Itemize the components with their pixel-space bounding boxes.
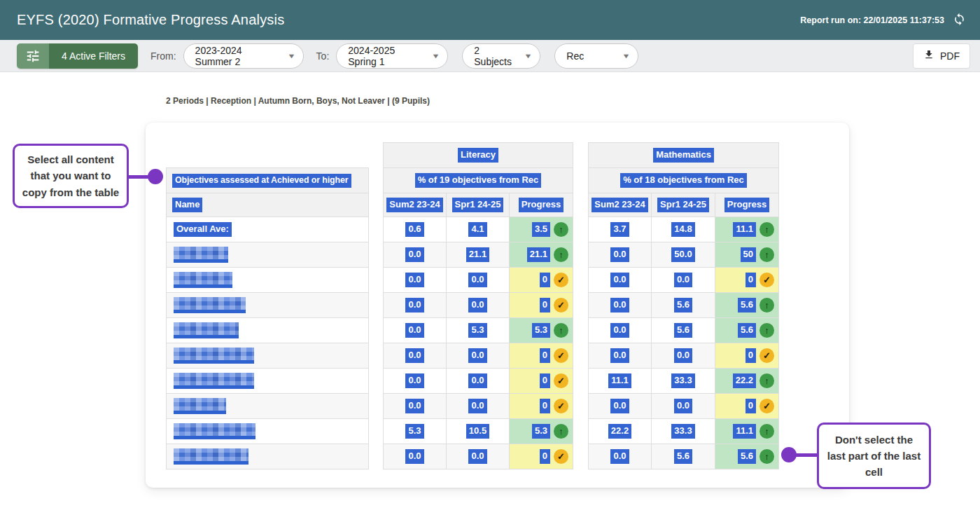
cohort-dropdown[interactable]: Rec ▼ <box>554 43 638 69</box>
progress-up-icon: ↑ <box>554 424 568 439</box>
active-filters-button[interactable]: 4 Active Filters <box>17 43 138 69</box>
value-cell: 5.3 <box>447 318 510 343</box>
progress-cell: 0✓ <box>510 343 573 369</box>
progress-up-icon: ↑ <box>760 222 774 237</box>
table-row: 3.714.811.1↑ <box>589 217 779 242</box>
progress-cell-content: 0✓ <box>510 348 573 363</box>
progress-cell-content: 0✓ <box>510 399 573 413</box>
progress-value: 22.2 <box>733 373 756 387</box>
progress-cell: 5.6↑ <box>715 444 779 469</box>
progress-cell-content: 21.1↑ <box>510 247 573 262</box>
filter-bar: 4 Active Filters From: 2023-2024 Summer … <box>0 40 980 72</box>
cell-value: 0.0 <box>405 298 424 312</box>
cell-value: 5.3 <box>405 424 424 438</box>
progress-cell: 5.3↑ <box>510 318 573 343</box>
progress-cell: 0✓ <box>510 394 573 419</box>
value-cell: 0.0 <box>447 444 510 469</box>
table-row <box>167 268 369 293</box>
cell-value: 0.0 <box>610 273 629 287</box>
pupil-name-cell <box>167 293 369 318</box>
value-cell: 14.8 <box>652 217 715 242</box>
report-card: Objectives assessed at Achieved or highe… <box>146 123 849 488</box>
value-cell: 0.0 <box>384 394 447 419</box>
progress-cell-content: 5.3↑ <box>510 424 573 439</box>
value-cell: 0.0 <box>589 318 652 343</box>
col-header-text: Sum2 23-24 <box>386 198 442 212</box>
mathematics-subtitle-cell: % of 18 objectives from Rec <box>589 168 779 193</box>
mathematics-table[interactable]: Mathematics % of 18 objectives from Rec … <box>588 142 779 469</box>
cell-value: 5.6 <box>674 298 692 312</box>
cell-value: 0.0 <box>468 273 486 287</box>
col-header-cell: Progress <box>715 193 779 217</box>
table-row <box>167 242 369 268</box>
progress-cell: 0✓ <box>715 394 779 419</box>
table-row: 0.05.65.6↑ <box>589 318 779 343</box>
value-cell: 0.0 <box>384 318 447 343</box>
progress-cell-content: 0✓ <box>510 449 573 464</box>
corner-header-text: Objectives assessed at Achieved or highe… <box>172 174 351 188</box>
callout-dont-select-text: Don't select the last part of the last c… <box>826 432 922 481</box>
value-cell: 0.0 <box>384 369 447 394</box>
value-cell: 0.0 <box>384 343 447 369</box>
progress-cell: 0✓ <box>510 268 573 293</box>
progress-value: 11.1 <box>733 222 756 236</box>
progress-up-icon: ↑ <box>554 247 568 262</box>
value-cell: 0.0 <box>652 394 715 419</box>
literacy-table-body: 0.64.13.5↑0.021.121.1↑0.00.00✓0.00.00✓0.… <box>384 217 573 469</box>
cell-value: 0.0 <box>610 348 629 362</box>
mathematics-subtitle: % of 18 objectives from Rec <box>620 173 747 187</box>
from-period-dropdown[interactable]: 2023-2024 Summer 2 ▼ <box>183 43 304 69</box>
progress-cell-content: 11.1↑ <box>715 222 778 237</box>
cell-value: 0.0 <box>610 449 629 463</box>
progress-up-icon: ↑ <box>760 373 774 388</box>
progress-cell: 11.1↑ <box>715 217 779 242</box>
mathematics-group-header: Mathematics <box>589 143 779 168</box>
progress-value: 0 <box>540 449 550 463</box>
progress-cell-content: 0✓ <box>715 348 778 363</box>
cell-value: 22.2 <box>608 424 631 438</box>
col-header-text: Progress <box>519 198 564 212</box>
progress-value: 0 <box>540 399 550 413</box>
table-row <box>167 343 369 369</box>
progress-cell: 0✓ <box>510 444 573 469</box>
value-cell: 0.0 <box>589 268 652 293</box>
table-row <box>167 293 369 318</box>
cohort-value: Rec <box>566 50 584 62</box>
download-icon <box>923 49 934 62</box>
table-row: 0.00.00✓ <box>384 394 573 419</box>
names-table[interactable]: Objectives assessed at Achieved or highe… <box>166 167 369 469</box>
value-cell: 22.2 <box>589 419 652 444</box>
value-cell: 0.0 <box>384 293 447 318</box>
value-cell: 21.1 <box>447 242 510 268</box>
cell-value: 0.0 <box>468 348 486 362</box>
progress-up-icon: ↑ <box>760 449 774 464</box>
progress-check-icon: ✓ <box>554 348 568 363</box>
progress-cell-content: 22.2↑ <box>715 373 778 388</box>
progress-value: 50 <box>741 247 756 261</box>
cell-value: 10.5 <box>466 424 489 438</box>
value-cell: 0.0 <box>589 242 652 268</box>
cell-value: 0.0 <box>468 373 486 387</box>
literacy-table[interactable]: Literacy % of 19 objectives from Rec Sum… <box>383 142 573 469</box>
redacted-pupil-name <box>174 322 239 338</box>
cell-value: 4.1 <box>468 222 486 236</box>
table-row <box>167 444 369 469</box>
report-run-timestamp: Report run on: 22/01/2025 11:37:53 <box>800 15 944 25</box>
table-row <box>167 318 369 343</box>
refresh-button[interactable] <box>953 13 966 28</box>
cell-value: 14.8 <box>671 222 694 236</box>
progress-value: 0 <box>540 273 550 287</box>
cell-value: 0.0 <box>405 323 424 337</box>
chevron-down-icon: ▼ <box>622 53 631 60</box>
subjects-dropdown[interactable]: 2 Subjects ▼ <box>462 43 540 69</box>
col-header-cell: Sum2 23-24 <box>589 193 652 217</box>
cell-value: 0.0 <box>674 348 692 362</box>
value-cell: 0.0 <box>652 343 715 369</box>
progress-value: 11.1 <box>733 424 756 438</box>
value-cell: 0.0 <box>652 268 715 293</box>
progress-cell-content: 0✓ <box>715 273 778 287</box>
progress-value: 0 <box>540 373 550 387</box>
pdf-export-button[interactable]: PDF <box>913 43 970 69</box>
page-title: EYFS (2020) Formative Progress Analysis <box>17 12 284 28</box>
to-period-dropdown[interactable]: 2024-2025 Spring 1 ▼ <box>336 43 448 69</box>
